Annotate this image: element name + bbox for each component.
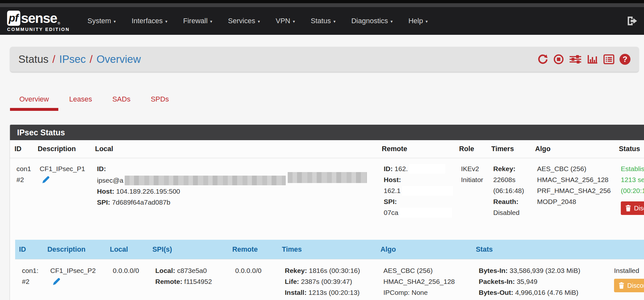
menu-item-interfaces[interactable]: Interfaces▾: [131, 17, 167, 25]
ike-description-cell: CF1_IPsec_P1: [33, 158, 91, 232]
times-life-label: Life:: [285, 278, 299, 285]
algo-line: HMAC_SHA2_256_128: [383, 276, 469, 287]
chevron-down-icon: ▾: [333, 19, 336, 24]
menu-label: System: [87, 17, 111, 25]
chevron-down-icon: ▾: [390, 19, 393, 24]
redaction-block: [288, 172, 367, 183]
breadcrumb-link-ipsec[interactable]: IPsec: [59, 53, 86, 65]
ike-header-row: ID Description Local Remote Role Timers …: [10, 140, 644, 158]
p2-col-header-actions: [607, 240, 644, 259]
menu-item-vpn[interactable]: VPN▾: [276, 17, 295, 25]
p2-table: ID Description Local SPI(s) Remote Times…: [15, 240, 644, 300]
p2-description: CF1_IPsec_P2: [50, 265, 103, 276]
timers-reauth-value: Disabled: [493, 207, 528, 218]
bytes-out-label: Bytes-Out:: [479, 289, 513, 296]
col-header-local: Local: [91, 140, 377, 158]
panel-title: IPsec Status: [10, 125, 644, 140]
spi-remote-label: Remote:: [155, 278, 182, 285]
logo-pf-mark: pf: [7, 11, 20, 26]
times-rekey-label: Rekey:: [285, 267, 307, 274]
menu-item-system[interactable]: System▾: [87, 17, 116, 25]
p2-spi-cell: Local: c873e5a0 Remote: f1154952: [149, 259, 228, 300]
logo-row: pf sense ®: [7, 11, 70, 26]
p2-local-cell: 0.0.0.0/0: [106, 259, 149, 300]
col-header-algo: Algo: [531, 140, 614, 158]
times-install-value: 1213s (00:20:13): [309, 289, 360, 296]
ike-role-cell: IKEv2 Initiator: [455, 158, 487, 232]
child-table-container: ID Description Local SPI(s) Remote Times…: [10, 232, 644, 300]
col-header-role: Role: [455, 140, 487, 158]
bar-chart-icon[interactable]: [587, 54, 598, 65]
disconnect-p1-button[interactable]: Disconnect: [621, 201, 644, 215]
timers-rekey-time: (06:16:48): [493, 185, 528, 196]
local-spi-value: 7d689f64a7ad087b: [112, 198, 170, 206]
ike-local-cell: ID: ipsec@a Host: 104.189.226.195:500 SP…: [91, 158, 377, 232]
bytes-in-label: Bytes-In:: [479, 267, 508, 274]
edit-pencil-icon[interactable]: [42, 176, 50, 187]
ike-algo-cell: AES_CBC (256) HMAC_SHA2_256_128 PRF_HMAC…: [531, 158, 614, 232]
window-top-strip: [0, 0, 644, 3]
ike-id-line2: #2: [16, 174, 31, 185]
remote-id-value: 162.: [395, 165, 408, 172]
status-time: (00:20:13) ago: [621, 185, 644, 196]
ike-id-line1: con1: [16, 163, 31, 174]
p2-local-value: 0.0.0.0/0: [113, 265, 146, 276]
edit-pencil-icon[interactable]: [52, 277, 61, 289]
packets-in-label: Packets-In:: [479, 278, 515, 285]
p2-id-line1: con1:: [22, 265, 41, 276]
p2-col-header-stats: Stats: [472, 240, 607, 259]
remote-spi-value: 07ca: [384, 209, 399, 216]
menu-item-help[interactable]: Help▾: [409, 17, 428, 25]
sliders-icon[interactable]: [569, 54, 582, 65]
p2-id-line2: #2: [22, 276, 41, 287]
ike-row: con1 #2 CF1_IPsec_P1 ID: ipsec@a Host: 1…: [10, 158, 644, 232]
remote-id-label: ID:: [384, 165, 393, 172]
help-icon[interactable]: ?: [620, 54, 630, 65]
menu-item-status[interactable]: Status▾: [311, 17, 336, 25]
refresh-icon[interactable]: [537, 54, 548, 65]
packets-in-value: 35,949: [517, 278, 537, 285]
menu-item-services[interactable]: Services▾: [228, 17, 260, 25]
p2-col-header-id: ID: [15, 240, 43, 259]
p2-col-header-times: Times: [278, 240, 377, 259]
times-life-value: 2387s (00:39:47): [301, 278, 352, 285]
ike-table: ID Description Local Remote Role Timers …: [10, 140, 644, 300]
menu-label: Firewall: [183, 17, 208, 25]
chevron-down-icon: ▾: [426, 19, 428, 24]
redaction-block: [400, 208, 452, 218]
local-host-label: Host:: [97, 188, 114, 195]
tab-overview[interactable]: Overview: [10, 90, 58, 111]
chevron-down-icon: ▾: [210, 19, 212, 24]
menu-item-firewall[interactable]: Firewall▾: [183, 17, 212, 25]
p2-algo-cell: AES_CBC (256) HMAC_SHA2_256_128 IPComp: …: [377, 259, 472, 300]
list-icon[interactable]: [603, 54, 615, 65]
trash-icon: [619, 282, 624, 289]
bytes-out-value: 4,996,016 (4.76 MiB): [515, 289, 578, 296]
tab-sads[interactable]: SADs: [103, 90, 140, 111]
ike-remote-cell: ID: 162. Host: 162.1 SPI: 07ca: [377, 158, 455, 232]
trash-icon: [625, 205, 631, 211]
tab-label: SPDs: [151, 95, 169, 103]
col-header-status: Status: [614, 140, 644, 158]
sign-out-icon: [626, 15, 638, 26]
disconnect-label: Disconnect: [627, 281, 644, 290]
algo-line: HMAC_SHA2_256_128: [537, 174, 612, 185]
p2-remote-value: 0.0.0.0/0: [235, 265, 275, 276]
stop-icon[interactable]: [553, 54, 564, 65]
menu-item-diagnostics[interactable]: Diagnostics▾: [351, 17, 392, 25]
menu-label: Status: [311, 17, 331, 25]
times-install-label: Install:: [285, 289, 307, 296]
disconnect-p2-button[interactable]: Disconnect: [614, 279, 644, 292]
local-host-value: 104.189.226.195:500: [116, 188, 180, 195]
disconnect-label: Disconnect: [634, 204, 644, 212]
logout-button[interactable]: [626, 15, 638, 28]
col-header-timers: Timers: [487, 140, 531, 158]
breadcrumb-link-overview[interactable]: Overview: [96, 53, 141, 65]
tab-leases[interactable]: Leases: [60, 90, 101, 111]
chevron-down-icon: ▾: [114, 19, 116, 24]
col-header-remote: Remote: [377, 140, 455, 158]
tab-spds[interactable]: SPDs: [141, 90, 178, 111]
pfsense-logo[interactable]: pf sense ® COMMUNITY EDITION: [7, 11, 70, 32]
spi-local-value: c873e5a0: [177, 267, 207, 274]
chevron-down-icon: ▾: [165, 19, 168, 24]
